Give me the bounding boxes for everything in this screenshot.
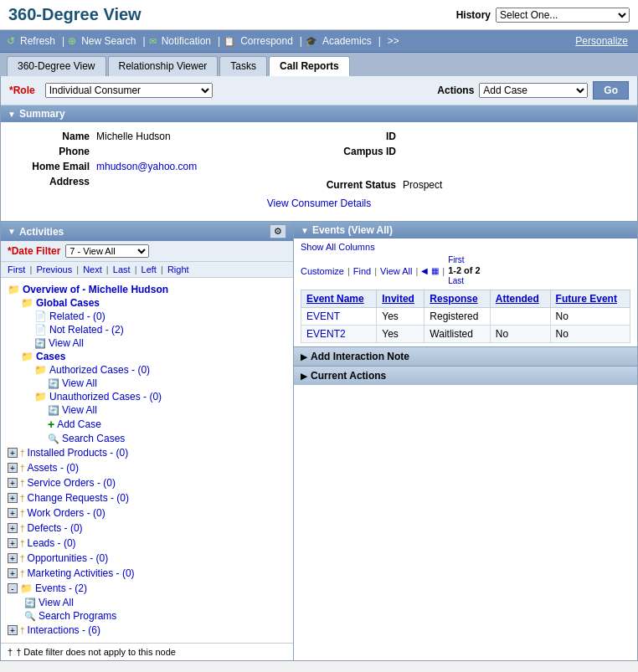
installed-products-link[interactable]: Installed Products - (0): [28, 447, 129, 459]
event1-name: EVENT: [301, 308, 377, 326]
nav-right[interactable]: Right: [167, 264, 189, 274]
personalize-link[interactable]: Personalize: [572, 33, 631, 49]
service-orders-link[interactable]: Service Orders - (0): [28, 477, 116, 489]
events-toolbar-sep-3: |: [415, 266, 418, 276]
work-orders-link[interactable]: Work Orders - (0): [28, 507, 105, 519]
events-view-all-link[interactable]: View All: [39, 597, 74, 608]
summary-grid: Name Michelle Hudson Phone Home Email mh…: [14, 129, 624, 192]
nav-first[interactable]: First: [8, 264, 25, 274]
opportunities-link[interactable]: Opportunities - (0): [28, 552, 109, 564]
tree-change-requests: + † Change Requests - (0): [8, 490, 286, 505]
col-event-name-link[interactable]: Event Name: [306, 293, 364, 305]
opportunities-expand-icon[interactable]: +: [8, 553, 18, 563]
unauth-view-all-link[interactable]: View All: [62, 404, 97, 416]
tab-relationship-viewer[interactable]: Relationship Viewer: [108, 56, 219, 76]
col-attended-link[interactable]: Attended: [496, 293, 539, 305]
assets-expand-icon[interactable]: +: [8, 463, 18, 473]
global-cases-link[interactable]: Global Cases: [36, 297, 100, 309]
role-select[interactable]: Individual Consumer: [45, 83, 213, 98]
summary-right: ID Campus ID Current Status Prospect: [321, 129, 624, 192]
expand-arrow-interaction[interactable]: ▶: [301, 352, 307, 362]
first-label[interactable]: First: [448, 255, 464, 265]
date-filter-select[interactable]: 7 - View All: [65, 244, 149, 258]
nav-last[interactable]: Last: [113, 264, 131, 274]
interactions-expand-icon[interactable]: +: [8, 625, 18, 635]
not-related-node: 📄 Not Related - (2): [21, 323, 286, 336]
col-response-link[interactable]: Response: [430, 293, 477, 305]
status-row: Current Status Prospect: [321, 177, 624, 192]
defects-link[interactable]: Defects - (0): [28, 522, 83, 534]
grid-view-icon[interactable]: ▦: [431, 266, 439, 275]
service-orders-expand-icon[interactable]: +: [8, 478, 18, 488]
customize-link[interactable]: Customize: [301, 266, 344, 276]
last-label[interactable]: Last: [448, 276, 464, 286]
marketing-activities-expand-icon[interactable]: +: [8, 568, 18, 578]
view-all-link[interactable]: View All: [380, 266, 412, 276]
view-consumer-link[interactable]: View Consumer Details: [267, 197, 372, 209]
add-case-link[interactable]: Add Case: [57, 418, 101, 430]
not-related-link[interactable]: Not Related - (2): [49, 324, 124, 336]
events-link[interactable]: Events - (2): [35, 582, 87, 594]
overview-link[interactable]: Overview of - Michelle Hudson: [23, 284, 168, 295]
tab-tasks[interactable]: Tasks: [219, 56, 267, 76]
assets-dag-icon: †: [20, 464, 25, 473]
assets-link[interactable]: Assets - (0): [28, 462, 79, 474]
nav-left[interactable]: Left: [141, 264, 157, 274]
search-programs-link[interactable]: Search Programs: [39, 610, 116, 622]
leads-expand-icon[interactable]: +: [8, 538, 18, 548]
correspond-link[interactable]: Correspond: [237, 33, 296, 49]
expand-arrow-summary[interactable]: ▼: [8, 110, 16, 119]
change-requests-link[interactable]: Change Requests - (0): [28, 492, 129, 504]
current-actions-header[interactable]: ▶ Current Actions: [294, 367, 637, 385]
more-link[interactable]: >>: [384, 33, 403, 49]
expand-arrow-events[interactable]: ▼: [301, 226, 309, 235]
show-all-columns-link[interactable]: Show All Columns: [301, 242, 630, 252]
tree-marketing-activities: + † Marketing Activities - (0): [8, 566, 286, 581]
events-expand-icon[interactable]: -: [8, 583, 18, 593]
search-cases-link[interactable]: Search Cases: [62, 433, 125, 444]
activities-header: ▼ Activities ⚙: [1, 222, 293, 241]
marketing-activities-link[interactable]: Marketing Activities - (0): [28, 567, 135, 579]
event1-name-link[interactable]: EVENT: [306, 310, 340, 322]
unauth-cases-link[interactable]: Unauthorized Cases - (0): [49, 391, 162, 403]
unauth-view-all-icon: 🔄: [48, 405, 59, 416]
activities-settings-button[interactable]: ⚙: [270, 224, 286, 239]
tab-call-reports[interactable]: Call Reports: [269, 56, 350, 76]
new-search-link[interactable]: New Search: [78, 33, 139, 49]
change-requests-expand-icon[interactable]: +: [8, 493, 18, 503]
summary-left: Name Michelle Hudson Phone Home Email mh…: [14, 129, 317, 192]
col-future-event-link[interactable]: Future Event: [556, 293, 617, 305]
tree-leads: + † Leads - (0): [8, 536, 286, 551]
interactions-link[interactable]: Interactions - (6): [28, 624, 100, 636]
add-interaction-header[interactable]: ▶ Add Interaction Note: [294, 347, 637, 366]
address-row: Address: [14, 174, 317, 189]
tab-360-degree[interactable]: 360-Degree View: [7, 56, 106, 76]
nav-previous[interactable]: Previous: [36, 264, 72, 274]
actions-select[interactable]: Add Case: [479, 83, 588, 98]
prev-page-icon[interactable]: ◀: [421, 266, 428, 275]
defects-expand-icon[interactable]: +: [8, 523, 18, 533]
related-link[interactable]: Related - (0): [49, 310, 105, 322]
go-button[interactable]: Go: [593, 81, 629, 100]
unauth-cases-folder-icon: 📁: [34, 391, 47, 403]
auth-view-all-link[interactable]: View All: [62, 377, 97, 389]
col-invited-link[interactable]: Invited: [382, 293, 414, 305]
event1-invited: Yes: [377, 308, 424, 326]
academics-link[interactable]: Academics: [319, 33, 375, 49]
refresh-link[interactable]: Refresh: [17, 33, 59, 49]
history-select[interactable]: Select One...: [496, 8, 630, 23]
installed-products-expand-icon[interactable]: +: [8, 448, 18, 458]
cases-link[interactable]: Cases: [36, 351, 65, 362]
correspond-icon: 📋: [224, 36, 235, 47]
event2-name-link[interactable]: EVENT2: [306, 328, 346, 340]
expand-arrow-activities[interactable]: ▼: [8, 227, 16, 236]
find-link[interactable]: Find: [353, 266, 371, 276]
notification-link[interactable]: Notification: [158, 33, 214, 49]
work-orders-expand-icon[interactable]: +: [8, 508, 18, 518]
global-view-all-link[interactable]: View All: [49, 337, 84, 349]
pagination-info: 1-2 of 2: [448, 265, 481, 276]
auth-cases-link[interactable]: Authorized Cases - (0): [49, 364, 150, 376]
leads-link[interactable]: Leads - (0): [28, 537, 76, 549]
nav-next[interactable]: Next: [83, 264, 102, 274]
expand-arrow-current-actions[interactable]: ▶: [301, 372, 307, 381]
